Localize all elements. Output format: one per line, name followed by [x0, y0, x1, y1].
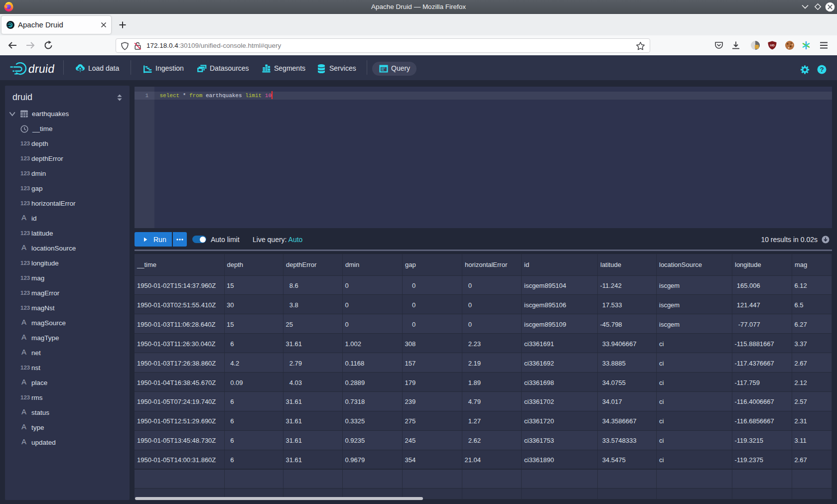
svg-text:?: ? — [820, 66, 824, 73]
svg-text:UO: UO — [770, 44, 775, 47]
